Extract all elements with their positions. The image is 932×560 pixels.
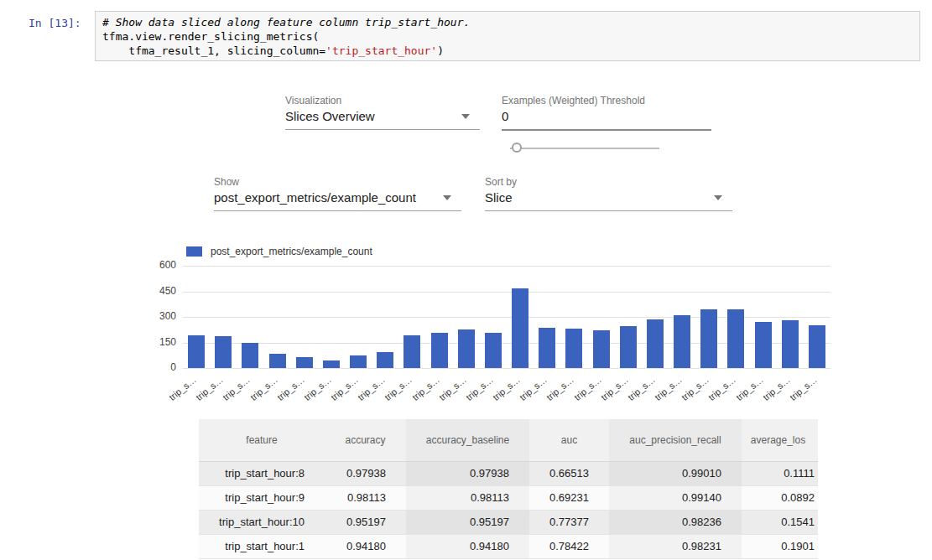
code-comment: # Show data sliced along feature column … — [102, 15, 913, 29]
table-header-row: featureaccuracyaccuracy_baselineaucauc_p… — [199, 419, 818, 461]
visualization-label: Visualization — [285, 95, 480, 106]
slider-track[interactable] — [510, 148, 659, 149]
code-string: 'trip_start_hour' — [325, 44, 437, 57]
show-dropdown[interactable]: Show post_export_metrics/example_count — [214, 176, 461, 211]
slider-thumb[interactable] — [512, 143, 522, 153]
metric-cell: 0.95197 — [325, 510, 406, 534]
column-header[interactable]: auc — [529, 419, 609, 461]
bar[interactable] — [215, 336, 232, 368]
column-header[interactable]: feature — [199, 419, 325, 461]
legend-label: post_export_metrics/example_count — [211, 246, 372, 257]
metric-cell: 0.94180 — [406, 534, 529, 558]
feature-cell: trip_start_hour:10 — [199, 510, 325, 534]
metric-cell: 0.69231 — [529, 485, 609, 510]
metric-cell: 0.1901 — [742, 534, 818, 558]
metric-cell: 0.78422 — [529, 534, 609, 558]
metric-cell: 0.77377 — [529, 510, 609, 534]
metric-cell: 0.98113 — [325, 485, 406, 510]
metric-cell: 0.99140 — [609, 485, 742, 510]
bar[interactable] — [593, 330, 610, 368]
feature-cell: trip_start_hour:8 — [199, 461, 325, 485]
chart-gridline — [183, 368, 830, 369]
sort-by-label: Sort by — [485, 176, 732, 188]
metric-cell: 0.95197 — [406, 510, 529, 534]
bar[interactable] — [647, 319, 664, 368]
metric-cell: 0.97938 — [325, 461, 406, 485]
metric-cell: 0.98236 — [609, 510, 742, 534]
bar[interactable] — [404, 335, 420, 368]
y-axis-tick-label: 150 — [134, 336, 176, 348]
table-row: trip_start_hour:80.979380.979380.665130.… — [199, 461, 818, 485]
bar[interactable] — [539, 328, 555, 368]
metric-cell: 0.97938 — [406, 461, 529, 485]
code-line-3: tfma_result_1, slicing_column='trip_star… — [102, 44, 913, 58]
bar[interactable] — [242, 343, 258, 368]
bar[interactable] — [431, 333, 448, 368]
metric-cell: 0.0892 — [742, 485, 818, 510]
metric-cell: 0.1111 — [742, 461, 818, 485]
metric-cell: 0.66513 — [529, 461, 609, 485]
bar[interactable] — [727, 309, 744, 368]
y-axis-tick-label: 0 — [134, 361, 176, 373]
cell-prompt: In [13]: — [29, 16, 81, 30]
column-header[interactable]: accuracy — [325, 419, 406, 461]
column-header[interactable]: auc_precision_recall — [609, 419, 742, 461]
table-row: trip_start_hour:10.941800.941800.784220.… — [199, 534, 818, 558]
bar[interactable] — [377, 352, 393, 368]
bar[interactable] — [809, 325, 825, 368]
column-header[interactable]: average_los — [742, 419, 818, 461]
code-text: ) — [437, 44, 444, 57]
threshold-slider[interactable] — [510, 143, 659, 154]
metric-cell: 0.99010 — [609, 461, 742, 485]
chart-gridline — [183, 266, 830, 267]
threshold-label: Examples (Weighted) Threshold — [502, 95, 711, 106]
code-line-2: tfma.view.render_slicing_metrics( — [102, 29, 913, 44]
show-label: Show — [214, 176, 461, 188]
bar-chart: 0150300450600trip_s…trip_s…trip_s…trip_s… — [183, 266, 830, 368]
column-header[interactable]: accuracy_baseline — [406, 419, 529, 461]
chevron-down-icon — [714, 195, 722, 200]
table-row: trip_start_hour:100.951970.951970.773770… — [199, 510, 818, 534]
bar[interactable] — [755, 322, 772, 368]
chevron-down-icon — [443, 195, 451, 200]
visualization-value: Slices Overview — [285, 109, 480, 123]
y-axis-tick-label: 450 — [134, 285, 176, 297]
bar[interactable] — [700, 309, 717, 368]
chevron-down-icon — [461, 114, 470, 119]
bar[interactable] — [350, 355, 367, 368]
threshold-value: 0 — [502, 109, 711, 123]
chart-gridline — [183, 292, 830, 293]
bar[interactable] — [512, 288, 528, 368]
threshold-input[interactable]: Examples (Weighted) Threshold 0 — [502, 95, 711, 131]
y-axis-tick-label: 300 — [134, 310, 176, 322]
metric-cell: 0.98231 — [609, 534, 742, 558]
metric-cell: 0.94180 — [325, 534, 406, 558]
legend-swatch — [186, 246, 202, 257]
code-cell[interactable]: # Show data sliced along feature column … — [95, 11, 920, 61]
notebook-page: In [13]: # Show data sliced along featur… — [0, 0, 932, 560]
metric-cell: 0.98113 — [406, 485, 529, 510]
feature-cell: trip_start_hour:1 — [199, 534, 325, 558]
bar[interactable] — [674, 315, 690, 368]
chart-legend: post_export_metrics/example_count — [186, 246, 372, 257]
table-row: trip_start_hour:90.981130.981130.692310.… — [199, 485, 818, 510]
bar[interactable] — [782, 320, 799, 368]
bar[interactable] — [565, 329, 582, 368]
bar[interactable] — [485, 333, 502, 368]
bar[interactable] — [269, 354, 286, 368]
bar[interactable] — [188, 335, 205, 368]
sort-by-value: Slice — [485, 190, 732, 205]
metric-cell: 0.1541 — [742, 510, 818, 534]
bar[interactable] — [296, 357, 313, 368]
show-value: post_export_metrics/example_count — [214, 190, 461, 205]
code-text: tfma_result_1, slicing_column= — [102, 44, 325, 57]
sort-by-dropdown[interactable]: Sort by Slice — [485, 176, 732, 211]
metrics-table: featureaccuracyaccuracy_baselineaucauc_p… — [199, 419, 818, 559]
feature-cell: trip_start_hour:9 — [199, 485, 325, 510]
bar[interactable] — [458, 329, 475, 368]
bar[interactable] — [620, 326, 637, 368]
visualization-dropdown[interactable]: Visualization Slices Overview — [285, 95, 480, 130]
y-axis-tick-label: 600 — [134, 259, 176, 271]
bar[interactable] — [323, 360, 340, 368]
